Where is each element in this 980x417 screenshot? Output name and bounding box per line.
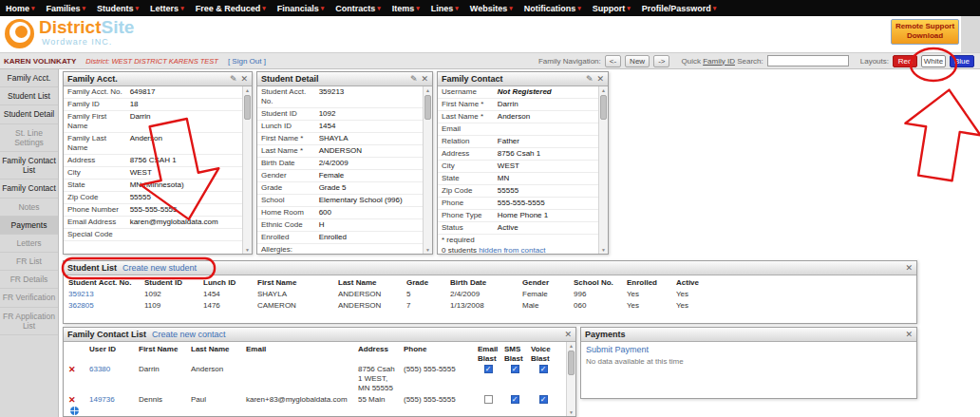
layout-white-button[interactable]: White <box>921 55 946 67</box>
voice-blast-checkbox[interactable]: ✓ <box>539 395 548 404</box>
sidebar-item-payments[interactable]: Payments <box>0 217 58 235</box>
layout-red-button[interactable]: Red <box>893 55 917 67</box>
nav-item-students[interactable]: Students▾ <box>91 0 144 16</box>
sidebar-item-fr-application-list[interactable]: FR Application List <box>0 308 58 335</box>
nav-item-home[interactable]: Home▾ <box>0 0 41 16</box>
sidebar-item-fr-details[interactable]: FR Details <box>0 271 58 289</box>
scrollbar[interactable]: ▲ ▼ <box>566 342 575 416</box>
close-icon[interactable]: ✕ <box>905 264 913 273</box>
sidebar-item-family-contact[interactable]: Family Contact <box>0 180 58 198</box>
quick-search-family-id-link[interactable]: Family ID <box>703 57 735 66</box>
email-blast-checkbox[interactable] <box>484 395 493 404</box>
globe-icon[interactable] <box>70 407 79 415</box>
sidebar-item-letters[interactable]: Letters <box>0 235 58 253</box>
scrollbar[interactable]: ▲ ▼ <box>598 86 608 254</box>
field-label: Family Acct. No. <box>64 86 128 98</box>
sign-out-link[interactable]: [ Sign Out ] <box>228 57 266 66</box>
nav-item-profile-password[interactable]: Profile/Password▾ <box>636 0 723 16</box>
sms-blast-checkbox[interactable]: ✓ <box>511 365 519 373</box>
scroll-down-icon[interactable]: ▼ <box>424 246 432 254</box>
nav-item-contracts[interactable]: Contracts▾ <box>330 0 386 16</box>
nav-item-items[interactable]: Items▾ <box>386 0 425 16</box>
quick-family-id-search-input[interactable] <box>767 55 849 66</box>
scroll-down-icon[interactable]: ▼ <box>567 408 575 416</box>
scroll-up-icon[interactable]: ▲ <box>599 86 608 94</box>
scrollbar[interactable]: ▲ ▼ <box>242 86 252 254</box>
quick-search-label: Quick Family ID Search: <box>681 57 763 66</box>
family-prev-button[interactable]: <- <box>605 55 621 67</box>
family-contact-panel-header: Family Contact ✎ ✕ <box>438 72 608 86</box>
family-acct-fields: Family Acct. No.649817Family ID18Family … <box>64 86 242 254</box>
nav-item-websites[interactable]: Websites▾ <box>464 0 518 16</box>
nav-item-support[interactable]: Support▾ <box>587 0 636 16</box>
scroll-thumb[interactable] <box>424 95 431 120</box>
column-header-birth-date: Birth Date <box>447 277 519 289</box>
edit-icon[interactable]: ✎ <box>410 75 418 84</box>
field-row: Ethnic CodeH <box>257 219 423 232</box>
field-row: Special Code <box>64 229 242 241</box>
sidebar-item-notes[interactable]: Notes <box>0 199 58 217</box>
sidebar-item-student-detail[interactable]: Student Detail <box>0 105 58 123</box>
nav-item-lines[interactable]: Lines▾ <box>425 0 464 16</box>
layout-blue-button[interactable]: Blue <box>950 55 974 67</box>
sidebar-item-family-contact-list[interactable]: Family Contact List <box>0 152 58 180</box>
nav-item-financials[interactable]: Financials▾ <box>272 0 330 16</box>
dropdown-caret-icon: ▾ <box>509 5 513 11</box>
sidebar-item-fr-verification[interactable]: FR Verification <box>0 289 58 307</box>
family-next-button[interactable]: -> <box>653 55 669 67</box>
scrollbar[interactable]: ▲ ▼ <box>423 86 432 254</box>
nav-item-notifications[interactable]: Notifications▾ <box>518 0 587 16</box>
field-value: 8756 CSAH 1 <box>128 155 242 166</box>
edit-icon[interactable]: ✎ <box>586 75 594 84</box>
field-value: 359213 <box>317 86 423 107</box>
header-corner-strip <box>961 16 980 52</box>
create-new-student-link[interactable]: Create new student <box>122 263 197 273</box>
voice-blast-checkbox[interactable]: ✓ <box>539 365 548 373</box>
sms-blast-checkbox[interactable]: ✓ <box>511 395 519 404</box>
table-cell: 1476 <box>200 300 254 312</box>
toolbar-right-group: Family Navigation: <- New -> Quick Famil… <box>538 55 974 67</box>
close-icon[interactable]: ✕ <box>564 331 572 339</box>
scroll-up-icon[interactable]: ▲ <box>424 86 432 94</box>
sidebar-item-student-list[interactable]: Student List <box>0 87 58 105</box>
table-cell: Female <box>519 289 571 300</box>
nav-item-families[interactable]: Families▾ <box>41 0 92 16</box>
submit-payment-link[interactable]: Submit Payment <box>586 345 912 354</box>
field-label: Email Address <box>64 217 128 228</box>
close-icon[interactable]: ✕ <box>905 331 913 339</box>
scroll-up-icon[interactable]: ▲ <box>567 342 575 350</box>
nav-item-label: Home <box>6 4 29 13</box>
dropdown-caret-icon: ▾ <box>377 5 381 11</box>
delete-contact-icon[interactable]: ✕ <box>68 365 76 374</box>
edit-icon[interactable]: ✎ <box>230 75 237 84</box>
scroll-down-icon[interactable]: ▼ <box>599 246 608 254</box>
student-acct-link[interactable]: 362805 <box>68 301 94 310</box>
create-new-contact-link[interactable]: Create new contact <box>152 330 226 339</box>
family-contact-list-panel: Family Contact List Create new contact ✕… <box>63 327 576 417</box>
hidden-from-contact-link[interactable]: hidden from contact <box>479 246 545 254</box>
contact-user-id-link[interactable]: 63380 <box>89 365 110 373</box>
field-label: Family ID <box>64 99 128 110</box>
student-acct-link[interactable]: 359213 <box>68 290 94 298</box>
sidebar-item-family-acct[interactable]: Family Acct. <box>0 69 58 87</box>
sidebar-item-fr-list[interactable]: FR List <box>0 253 58 271</box>
close-icon[interactable]: ✕ <box>596 75 604 84</box>
close-icon[interactable]: ✕ <box>240 75 248 84</box>
nav-item-free-reduced[interactable]: Free & Reduced▾ <box>190 0 272 16</box>
scroll-up-icon[interactable]: ▲ <box>243 86 252 94</box>
family-new-button[interactable]: New <box>625 55 650 67</box>
field-label: State <box>438 173 496 184</box>
panel-title: Payments <box>585 330 626 339</box>
scroll-thumb[interactable] <box>244 95 251 120</box>
contact-user-id-link[interactable]: 149736 <box>89 395 115 404</box>
close-icon[interactable]: ✕ <box>421 75 428 84</box>
scroll-thumb[interactable] <box>568 351 575 375</box>
scroll-thumb[interactable] <box>600 95 607 120</box>
sidebar-item-st-line-settings[interactable]: St. Line Settings <box>0 124 58 152</box>
nav-item-letters[interactable]: Letters▾ <box>144 0 190 16</box>
app-header: DistrictSite Wordware INC. Remote Suppor… <box>0 16 980 52</box>
delete-contact-icon[interactable]: ✕ <box>68 395 76 405</box>
remote-support-button[interactable]: Remote Support Download <box>891 19 959 45</box>
email-blast-checkbox[interactable]: ✓ <box>484 365 493 373</box>
scroll-down-icon[interactable]: ▼ <box>243 246 252 254</box>
